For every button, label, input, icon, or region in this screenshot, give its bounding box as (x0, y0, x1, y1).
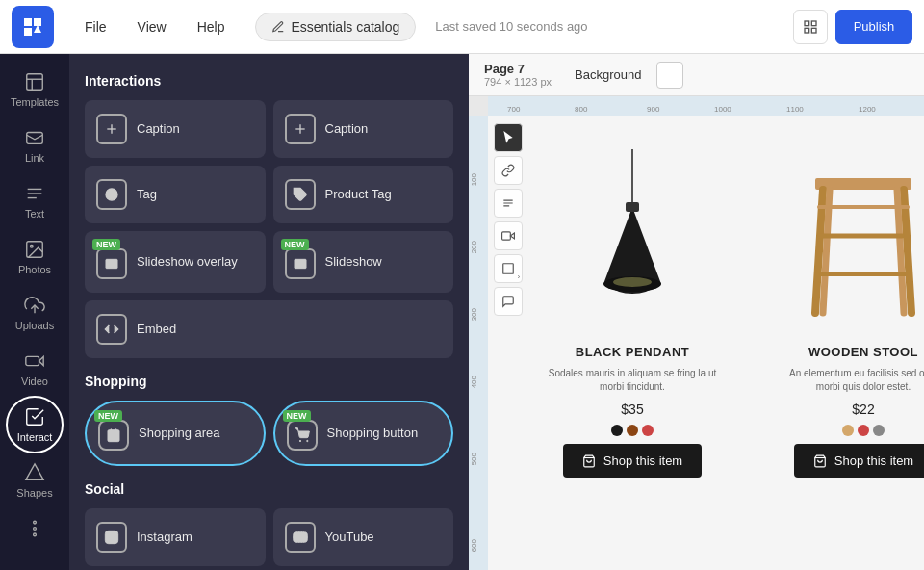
link-tool[interactable] (494, 156, 523, 185)
interactions-grid: Caption Caption Tag Pro (85, 100, 453, 358)
publish-button[interactable]: Publish (835, 10, 912, 44)
svg-marker-12 (39, 356, 44, 365)
shape-tool[interactable]: › (494, 254, 523, 283)
video-tool[interactable] (494, 221, 523, 250)
svg-point-36 (613, 277, 652, 287)
product-tag-icon (285, 179, 316, 210)
save-status: Last saved 10 seconds ago (435, 19, 587, 34)
background-swatch[interactable] (656, 62, 683, 89)
file-menu[interactable]: File (69, 12, 122, 42)
sidebar-label-link: Link (25, 152, 44, 164)
canvas-toolbar: Page 7 794 × 1123 px Background (469, 54, 924, 96)
text-tool[interactable] (494, 189, 523, 218)
shop-label-stool: Shop this item (834, 453, 913, 468)
color-swatch[interactable] (627, 425, 638, 436)
svg-rect-1 (811, 21, 816, 26)
color-swatch[interactable] (642, 425, 654, 436)
svg-rect-37 (626, 202, 639, 212)
shopping-button-label: Shopping button (327, 426, 419, 441)
catalog-selector[interactable]: Essentials catalog (255, 13, 416, 41)
new-badge3: NEW (94, 410, 122, 422)
shop-button-pendant[interactable]: Shop this item (563, 444, 702, 478)
svg-rect-11 (26, 356, 39, 365)
background-label: Background (575, 67, 641, 82)
help-menu[interactable]: Help (182, 12, 241, 42)
sidebar-label-video: Video (21, 376, 48, 387)
product-colors-stool (842, 425, 885, 436)
sidebar-item-templates[interactable]: Templates (0, 62, 69, 117)
sidebar-item-video[interactable]: Video (0, 341, 69, 397)
color-swatch[interactable] (842, 425, 854, 436)
svg-rect-32 (502, 232, 511, 240)
section-title-shopping: Shopping (85, 374, 453, 389)
svg-point-9 (30, 245, 33, 247)
product-image-pendant (546, 144, 719, 337)
icon-sidebar: Templates Link Text Photos Uploads Video… (0, 54, 69, 570)
product-image-stool (777, 144, 924, 337)
panel-item-caption2[interactable]: Caption (273, 100, 454, 158)
panel-item-tag[interactable]: Tag (85, 166, 266, 223)
panel-item-shopping-area[interactable]: NEW Shopping area (85, 401, 266, 466)
shop-label-pendant: Shop this item (603, 453, 682, 468)
panel: Interactions Caption Caption (69, 54, 469, 570)
svg-rect-33 (503, 264, 514, 274)
section-title-social: Social (85, 481, 453, 497)
panel-item-instagram[interactable]: Instagram (85, 508, 266, 566)
catalog-label: Essentials catalog (291, 19, 399, 35)
sidebar-item-link[interactable]: Link (0, 117, 69, 173)
plus-icon2 (285, 114, 316, 144)
app-logo[interactable] (12, 6, 54, 48)
svg-point-15 (34, 528, 37, 531)
embed-icon (96, 314, 127, 345)
sidebar-item-shapes[interactable]: Shapes (0, 453, 69, 508)
select-tool[interactable] (494, 123, 523, 152)
canvas-background: BLACK PENDANT Sodales mauris in aliquam … (488, 116, 924, 570)
color-swatch[interactable] (858, 425, 869, 436)
social-grid: Instagram YouTube Facebook (85, 508, 453, 570)
product-title-pendant: BLACK PENDANT (576, 345, 689, 359)
sidebar-label-text: Text (25, 208, 44, 220)
slideshow-icon (285, 248, 316, 279)
sidebar-item-interact[interactable]: Interact (0, 397, 69, 453)
tag-circle-icon (96, 179, 127, 210)
product-price-stool: $22 (852, 402, 874, 417)
panel-item-embed[interactable]: Embed (85, 300, 453, 358)
panel-item-caption1[interactable]: Caption (85, 100, 266, 158)
svg-rect-2 (805, 28, 809, 33)
page-title: Page 7 (484, 62, 552, 76)
section-title-interactions: Interactions (85, 73, 453, 89)
comment-tool[interactable] (494, 287, 523, 316)
panel-item-product-tag[interactable]: Product Tag (273, 166, 454, 223)
canvas-area: Page 7 794 × 1123 px Background 700 800 … (469, 54, 924, 570)
product-card-stool: WOODEN STOOL An elementum eu facilisis s… (777, 144, 924, 478)
svg-point-27 (306, 440, 307, 441)
sidebar-item-text[interactable]: Text (0, 173, 69, 229)
sidebar-item-uploads[interactable]: Uploads (0, 285, 69, 341)
topbar-nav: File View Help (69, 12, 240, 42)
color-swatch[interactable] (873, 425, 885, 436)
panel-item-shopping-button[interactable]: NEW Shopping button (273, 401, 454, 466)
panel-item-slideshow-overlay[interactable]: NEW Slideshow overlay (85, 231, 266, 293)
new-badge2: NEW (281, 239, 309, 250)
view-menu[interactable]: View (122, 12, 182, 42)
panel-item-youtube[interactable]: YouTube (273, 508, 454, 566)
product-card-pendant: BLACK PENDANT Sodales mauris in aliquam … (546, 144, 719, 478)
products-display: BLACK PENDANT Sodales mauris in aliquam … (488, 116, 924, 506)
tag-label: Tag (137, 187, 157, 202)
sidebar-item-photos[interactable]: Photos (0, 229, 69, 285)
color-swatch[interactable] (611, 425, 623, 436)
slideshow-label: Slideshow (325, 254, 382, 270)
sidebar-label-templates: Templates (11, 96, 59, 108)
sidebar-label-uploads: Uploads (15, 320, 54, 331)
page-size: 794 × 1123 px (484, 76, 552, 88)
caption2-label: Caption (325, 121, 369, 137)
settings-button[interactable] (793, 10, 828, 44)
product-desc-pendant: Sodales mauris in aliquam se fring la ut… (546, 367, 719, 394)
sidebar-item-more[interactable] (0, 508, 69, 549)
svg-point-14 (34, 521, 37, 524)
shop-button-stool[interactable]: Shop this item (794, 444, 924, 478)
shopping-grid: NEW Shopping area NEW Shopping button (85, 401, 453, 466)
panel-item-slideshow[interactable]: NEW Slideshow (273, 231, 454, 293)
canvas-content: 700 800 900 1000 1100 1200 1300 1400 150… (469, 96, 924, 570)
ruler-top: 700 800 900 1000 1100 1200 1300 1400 150… (488, 96, 924, 116)
